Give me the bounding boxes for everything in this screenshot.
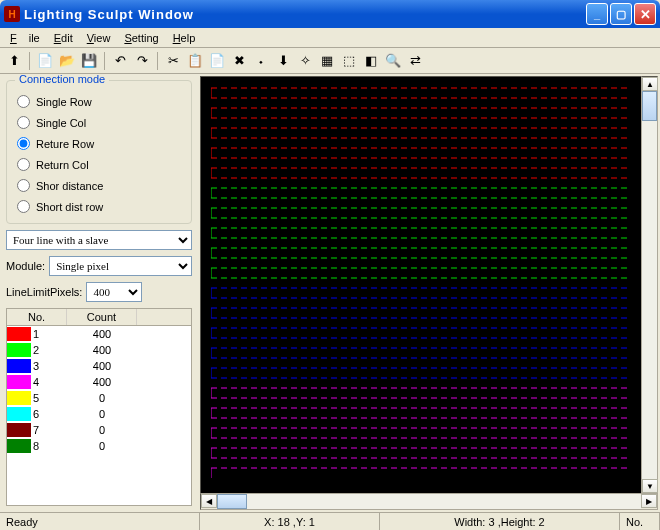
table-row[interactable]: 50 — [7, 390, 191, 406]
toolbar-btn-18[interactable]: ◧ — [361, 51, 381, 71]
toolbar-btn-10[interactable]: 📋 — [185, 51, 205, 71]
radio-short-dist-row[interactable]: Short dist row — [15, 196, 183, 217]
toolbar-btn-0[interactable]: ⬆ — [4, 51, 24, 71]
menu-edit[interactable]: Edit — [48, 30, 79, 46]
color-swatch — [7, 423, 31, 437]
pixel-band — [211, 83, 631, 183]
cell-count: 0 — [67, 440, 137, 452]
linelimit-label: LineLimitPixels: — [6, 286, 82, 298]
cell-count: 400 — [67, 376, 137, 388]
pixel-band — [211, 183, 631, 283]
menubar: File Edit View Setting Help — [0, 28, 660, 48]
toolbar-btn-4[interactable]: 💾 — [79, 51, 99, 71]
toolbar-btn-16[interactable]: ▦ — [317, 51, 337, 71]
table-row[interactable]: 2400 — [7, 342, 191, 358]
app-icon: H — [4, 6, 20, 22]
cell-no: 8 — [31, 440, 67, 452]
vertical-scrollbar[interactable]: ▲ ▼ — [642, 76, 658, 494]
module-row: Module: Single pixel — [6, 256, 192, 276]
module-select[interactable]: Single pixel — [49, 256, 192, 276]
toolbar-btn-17[interactable]: ⬚ — [339, 51, 359, 71]
close-button[interactable]: ✕ — [634, 3, 656, 25]
count-table: No. Count 140024003400440050607080 — [6, 308, 192, 506]
horizontal-scrollbar[interactable]: ◀ ▶ — [200, 494, 658, 510]
table-header: No. Count — [7, 309, 191, 326]
color-swatch — [7, 439, 31, 453]
cell-no: 3 — [31, 360, 67, 372]
table-row[interactable]: 4400 — [7, 374, 191, 390]
color-swatch — [7, 327, 31, 341]
table-row[interactable]: 3400 — [7, 358, 191, 374]
table-row[interactable]: 1400 — [7, 326, 191, 342]
left-panel: Connection mode Single RowSingle ColRetu… — [0, 74, 198, 512]
color-swatch — [7, 375, 31, 389]
scroll-v-thumb[interactable] — [642, 91, 657, 121]
color-swatch — [7, 391, 31, 405]
cell-count: 400 — [67, 360, 137, 372]
scroll-up-button[interactable]: ▲ — [642, 77, 658, 91]
toolbar-btn-7[interactable]: ↷ — [132, 51, 152, 71]
pixel-band — [211, 383, 631, 478]
toolbar-btn-20[interactable]: ⇄ — [405, 51, 425, 71]
toolbar-btn-11[interactable]: 📄 — [207, 51, 227, 71]
radio-reture-row[interactable]: Reture Row — [15, 133, 183, 154]
menu-view[interactable]: View — [81, 30, 117, 46]
cell-count: 400 — [67, 344, 137, 356]
scroll-right-button[interactable]: ▶ — [641, 494, 657, 508]
toolbar-btn-3[interactable]: 📂 — [57, 51, 77, 71]
cell-count: 0 — [67, 424, 137, 436]
status-coord: X: 18 ,Y: 1 — [200, 513, 380, 530]
table-row[interactable]: 80 — [7, 438, 191, 454]
canvas-wrap: ▲ ▼ ◀ ▶ — [198, 74, 660, 512]
toolbar-btn-12[interactable]: ✖ — [229, 51, 249, 71]
color-swatch — [7, 343, 31, 357]
window-title: Lighting Sculpt Window — [24, 7, 584, 22]
toolbar-btn-19[interactable]: 🔍 — [383, 51, 403, 71]
toolbar-btn-13[interactable]: ⬩ — [251, 51, 271, 71]
menu-help[interactable]: Help — [167, 30, 202, 46]
toolbar-btn-6[interactable]: ↶ — [110, 51, 130, 71]
scroll-v-track[interactable] — [642, 91, 657, 479]
module-label: Module: — [6, 260, 45, 272]
scroll-h-track[interactable] — [217, 494, 641, 509]
radio-single-row[interactable]: Single Row — [15, 91, 183, 112]
toolbar-btn-9[interactable]: ✂ — [163, 51, 183, 71]
maximize-button[interactable]: ▢ — [610, 3, 632, 25]
pixel-band — [211, 283, 631, 383]
scroll-h-thumb[interactable] — [217, 494, 247, 509]
linelimit-select[interactable]: 400 — [86, 282, 142, 302]
connection-mode-group: Connection mode Single RowSingle ColRetu… — [6, 80, 192, 224]
status-ready: Ready — [0, 513, 200, 530]
status-no: No. — [620, 513, 660, 530]
cell-count: 0 — [67, 408, 137, 420]
canvas[interactable] — [200, 76, 642, 494]
cell-count: 400 — [67, 328, 137, 340]
color-swatch — [7, 359, 31, 373]
toolbar-btn-2[interactable]: 📄 — [35, 51, 55, 71]
slave-select[interactable]: Four line with a slave — [6, 230, 192, 250]
connection-legend: Connection mode — [15, 74, 109, 85]
color-swatch — [7, 407, 31, 421]
cell-no: 4 — [31, 376, 67, 388]
radio-single-col[interactable]: Single Col — [15, 112, 183, 133]
header-no[interactable]: No. — [7, 309, 67, 325]
radio-return-col[interactable]: Return Col — [15, 154, 183, 175]
cell-no: 2 — [31, 344, 67, 356]
toolbar-btn-14[interactable]: ⬇ — [273, 51, 293, 71]
toolbar-btn-15[interactable]: ✧ — [295, 51, 315, 71]
cell-no: 7 — [31, 424, 67, 436]
linelimit-row: LineLimitPixels: 400 — [6, 282, 192, 302]
scroll-left-button[interactable]: ◀ — [201, 494, 217, 508]
slave-select-row: Four line with a slave — [6, 230, 192, 250]
cell-no: 6 — [31, 408, 67, 420]
scroll-down-button[interactable]: ▼ — [642, 479, 658, 493]
minimize-button[interactable]: _ — [586, 3, 608, 25]
table-row[interactable]: 60 — [7, 406, 191, 422]
table-row[interactable]: 70 — [7, 422, 191, 438]
menu-setting[interactable]: Setting — [118, 30, 164, 46]
cell-no: 5 — [31, 392, 67, 404]
radio-shor-distance[interactable]: Shor distance — [15, 175, 183, 196]
header-count[interactable]: Count — [67, 309, 137, 325]
menu-file[interactable]: File — [4, 30, 46, 46]
titlebar: H Lighting Sculpt Window _ ▢ ✕ — [0, 0, 660, 28]
